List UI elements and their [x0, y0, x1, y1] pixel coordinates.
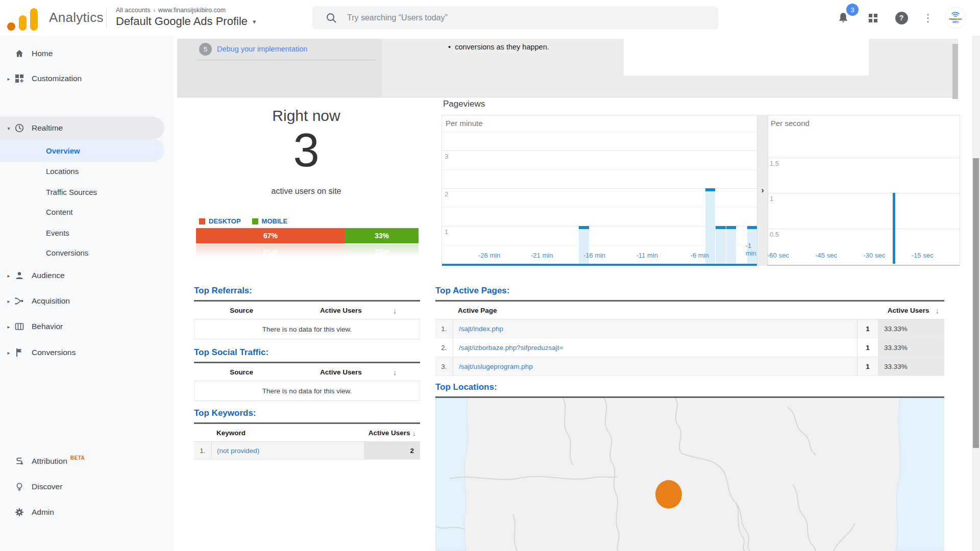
top-referrals-heading: Top Referrals: [194, 286, 252, 296]
top-active-pages-heading: Top Active Pages: [435, 286, 509, 296]
help-button[interactable]: ? [892, 9, 911, 27]
sidebar-item-attribution[interactable]: Attribution BETA [0, 450, 164, 472]
sidebar-item-realtime-conversions[interactable]: Conversions [0, 242, 164, 263]
desktop-legend-label: DESKTOP [209, 217, 241, 225]
sidebar: Home ▸ Customization REPORTS ▾ [0, 36, 174, 551]
table-row: 1. /sajt/index.php 1 33.33% [435, 319, 944, 338]
page-link[interactable]: /sajt/izborbaze.php?sifpreduzsajt= [459, 344, 564, 352]
account-avatar[interactable]: FINANSIJSKI BIRO [945, 7, 966, 29]
table-header: Source Active Users ↓ [194, 302, 420, 319]
sort-desc-icon[interactable]: ↓ [412, 429, 416, 437]
row-percentage: 33.33% [878, 357, 944, 375]
top-locations-heading: Top Locations: [435, 382, 497, 392]
bullet-icon: • [448, 43, 451, 51]
card-scrollbar-thumb[interactable] [952, 44, 958, 99]
page-link[interactable]: /sajt/uslugeprogram.php [459, 363, 533, 370]
product-name: Analytics [49, 10, 104, 26]
reflection-fade [196, 244, 419, 261]
y-axis-label: 0.5 [770, 231, 779, 238]
sidebar-item-content[interactable]: Content [0, 202, 164, 222]
top-social-table: Source Active Users ↓ There is no data f… [194, 362, 420, 401]
sidebar-item-discover[interactable]: Discover [0, 475, 164, 498]
sidebar-item-traffic-sources[interactable]: Traffic Sources [0, 182, 164, 202]
svg-text:BIRO: BIRO [952, 21, 959, 23]
apps-grid-button[interactable] [864, 9, 882, 27]
app-header: Analytics All accounts›www.finansijskibi… [0, 0, 980, 36]
top-active-pages-table: Active Page Active Users ↓ 1. /sajt/inde… [435, 300, 944, 376]
col-active-page: Active Page [458, 307, 888, 314]
customization-icon [14, 73, 24, 84]
kebab-menu-icon: ⋮ [923, 12, 933, 24]
sidebar-item-realtime[interactable]: ▾ Realtime [0, 117, 164, 139]
col-active-users: Active Users [289, 368, 393, 376]
location-marker [655, 480, 682, 509]
x-axis-line [442, 264, 757, 266]
chevron-right-icon: › [761, 185, 764, 195]
finansijski-biro-logo-icon: FINANSIJSKI BIRO [947, 9, 964, 27]
active-users-subtitle: active users on site [204, 187, 408, 196]
x-axis-label: -16 min [577, 252, 612, 259]
analytics-app: Analytics All accounts›www.finansijskibi… [0, 0, 980, 551]
sort-desc-icon[interactable]: ↓ [393, 306, 397, 315]
row-active-users: 2 [364, 442, 420, 459]
device-bar-desktop: 67% [196, 228, 345, 243]
page-scrollbar-thumb[interactable] [973, 158, 979, 448]
header-divider [106, 8, 107, 28]
logo-bar-mid [19, 15, 27, 31]
col-keyword: Keyword [216, 429, 369, 437]
beta-badge: BETA [70, 455, 85, 461]
locations-map [435, 396, 944, 551]
profile-name: Default Google Ads Profile [116, 15, 248, 28]
clock-icon [14, 123, 24, 133]
y-axis-label: 1 [445, 228, 448, 236]
search-bar[interactable] [312, 6, 718, 30]
mobile-legend-swatch [252, 218, 258, 224]
breadcrumb-all-accounts[interactable]: All accounts [116, 7, 150, 14]
logo-dot [7, 22, 15, 31]
sidebar-item-admin[interactable]: Admin [0, 501, 164, 523]
profile-switcher[interactable]: Default Google Ads Profile ▾ [116, 15, 256, 28]
row-percentage: 33.33% [878, 319, 944, 338]
more-options-button[interactable]: ⋮ [919, 9, 937, 27]
top-keywords-table: Keyword Active Users ↓ 1. (not provided)… [194, 422, 420, 460]
debug-implementation-link[interactable]: Debug your implementation [217, 45, 307, 53]
right-now-title: Right now [204, 107, 408, 124]
breadcrumb-domain[interactable]: www.finansijskibiro.com [158, 7, 226, 14]
chart-panel-toggle[interactable]: › [757, 115, 768, 266]
lightbulb-icon [14, 482, 24, 492]
sidebar-item-audience[interactable]: ▸ Audience [0, 264, 164, 287]
device-split-bar: 67% 33% [196, 228, 419, 243]
sidebar-item-locations[interactable]: Locations [0, 161, 164, 181]
search-input[interactable] [346, 13, 654, 23]
sort-desc-icon[interactable]: ↓ [936, 306, 940, 315]
col-active-users: Active Users [888, 307, 929, 314]
row-rank: 2. [435, 338, 453, 357]
table-header: Source Active Users ↓ [194, 363, 420, 381]
device-legend: DESKTOP MOBILE [199, 217, 287, 225]
sidebar-item-acquisition[interactable]: ▸ Acquisition [0, 290, 164, 312]
apps-grid-icon [869, 14, 877, 22]
sidebar-item-home[interactable]: Home [0, 42, 164, 65]
flag-icon [14, 347, 24, 358]
table-row: 2. /sajt/izborbaze.php?sifpreduzsajt= 1 … [435, 338, 944, 357]
page-link[interactable]: /sajt/index.php [459, 325, 503, 333]
x-axis-label: -11 min [629, 252, 665, 259]
attribution-icon [14, 456, 24, 466]
top-referrals-table: Source Active Users ↓ There is no data f… [194, 300, 420, 339]
pageviews-title: Pageviews [443, 99, 485, 109]
sidebar-item-events[interactable]: Events [0, 222, 164, 243]
per-minute-label: Per minute [446, 119, 483, 128]
sidebar-item-customization[interactable]: ▸ Customization [0, 67, 164, 90]
active-users-count: 3 [204, 123, 408, 177]
mobile-legend-label: MOBILE [262, 217, 288, 225]
divider [195, 60, 376, 60]
map-svg [435, 398, 944, 551]
breadcrumb: All accounts›www.finansijskibiro.com [116, 7, 226, 14]
col-source: Source [194, 307, 289, 314]
onboarding-card-right: • conversions as they happen. [382, 39, 958, 97]
sidebar-item-overview[interactable]: Overview [0, 139, 164, 162]
sort-desc-icon[interactable]: ↓ [393, 368, 397, 377]
sidebar-item-behavior[interactable]: ▸ Behavior [0, 315, 164, 338]
keyword-link[interactable]: (not provided) [217, 447, 259, 455]
sidebar-item-conversions[interactable]: ▸ Conversions [0, 341, 164, 364]
